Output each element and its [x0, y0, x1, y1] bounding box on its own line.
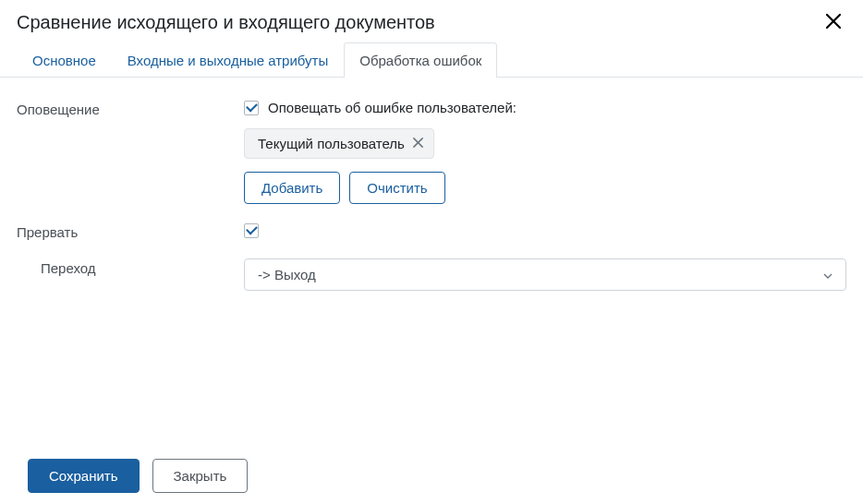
dialog-header: Сравнение исходящего и входящего докумен… — [0, 0, 863, 42]
row-interrupt: Прервать — [17, 222, 846, 240]
tab-bar: Основное Входные и выходные атрибуты Обр… — [0, 42, 863, 78]
chip-remove-button[interactable] — [412, 137, 424, 151]
chevron-down-icon — [823, 270, 833, 281]
transition-select[interactable]: -> Выход — [244, 258, 846, 291]
transition-select-value: -> Выход — [258, 267, 316, 282]
user-chip-container: Текущий пользователь — [244, 128, 846, 159]
dialog-footer: Сохранить Закрыть — [0, 459, 275, 493]
user-chip: Текущий пользователь — [244, 128, 434, 159]
tab-attributes[interactable]: Входные и выходные атрибуты — [112, 42, 345, 78]
notification-checkbox-wrap: Оповещать об ошибке пользователей: — [244, 100, 846, 115]
notification-checkbox[interactable] — [244, 101, 259, 115]
notification-button-row: Добавить Очистить — [244, 172, 846, 204]
tab-main[interactable]: Основное — [17, 42, 112, 78]
tab-error-handling[interactable]: Обработка ошибок — [344, 42, 497, 78]
close-button[interactable] — [820, 9, 846, 35]
x-icon — [412, 137, 424, 151]
user-chip-label: Текущий пользователь — [258, 136, 405, 151]
dialog-title: Сравнение исходящего и входящего докумен… — [17, 12, 435, 33]
label-notification: Оповещение — [17, 100, 244, 117]
interrupt-checkbox[interactable] — [244, 223, 259, 238]
clear-button[interactable]: Очистить — [349, 172, 444, 204]
row-notification: Оповещение Оповещать об ошибке пользоват… — [17, 100, 846, 204]
close-icon — [824, 9, 843, 35]
row-transition: Переход -> Выход — [17, 258, 846, 291]
close-dialog-button[interactable]: Закрыть — [152, 459, 249, 493]
save-button[interactable]: Сохранить — [28, 459, 140, 493]
label-interrupt: Прервать — [17, 222, 244, 240]
add-button[interactable]: Добавить — [244, 172, 340, 204]
control-notification: Оповещать об ошибке пользователей: Текущ… — [244, 100, 846, 204]
label-transition: Переход — [17, 258, 244, 276]
form-content: Оповещение Оповещать об ошибке пользоват… — [0, 78, 863, 331]
control-interrupt — [244, 222, 846, 238]
control-transition: -> Выход — [244, 258, 846, 291]
notification-checkbox-label: Оповещать об ошибке пользователей: — [268, 100, 517, 115]
